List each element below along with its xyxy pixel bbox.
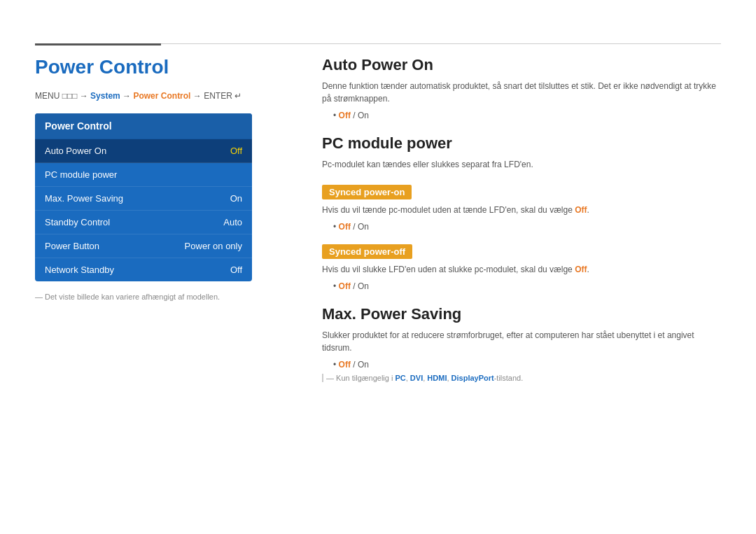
note-pc: PC	[395, 374, 405, 382]
menu-item-label: Auto Power On	[45, 146, 106, 156]
menu-item-value: Off	[230, 146, 242, 156]
note-dvi: DVI	[410, 374, 423, 382]
page-title: Power Control	[35, 56, 301, 78]
note-hdmi: HDMI	[427, 374, 447, 382]
section-title-auto-power-on: Auto Power On	[322, 56, 721, 74]
menu-item-value: On	[230, 193, 242, 204]
text-off2: Off	[339, 222, 351, 232]
bullet-max-power: Off / On	[333, 360, 721, 370]
footnote: — Det viste billede kan variere afhængig…	[35, 293, 301, 301]
menu-item-label: PC module power	[45, 169, 117, 180]
menu-item-value: Power on only	[185, 241, 242, 251]
bc-menu: MENU □□□ →	[35, 91, 90, 101]
right-column: Auto Power On Denne funktion tænder auto…	[322, 56, 721, 382]
menu-item-label: Power Button	[45, 241, 99, 251]
menu-item-label: Standby Control	[45, 217, 110, 227]
synced-off-desc: Hvis du vil slukke LFD'en uden at slukke…	[322, 263, 721, 276]
section-title-max-power: Max. Power Saving	[322, 305, 721, 323]
note-displayport: DisplayPort	[451, 374, 494, 382]
text-off3: Off	[339, 281, 351, 291]
menu-item-label: Max. Power Saving	[45, 193, 123, 204]
text-off4: Off	[339, 360, 351, 370]
menu-item-auto-power-on[interactable]: Auto Power On Off	[35, 139, 252, 163]
bc-system: System	[90, 91, 120, 101]
bullet-auto-power-on: Off / On	[333, 111, 721, 120]
bc-arrow1: →	[120, 91, 134, 101]
note-max-power: — Kun tilgængelig i PC, DVI, HDMI, Displ…	[322, 374, 721, 382]
badge-synced-power-off: Synced power-off	[322, 244, 412, 259]
section-title-pc-module: PC module power	[322, 134, 721, 153]
synced-on-desc: Hvis du vil tænde pc-modulet uden at tæn…	[322, 204, 721, 216]
badge-synced-power-on: Synced power-on	[322, 185, 412, 199]
top-accent-line	[35, 43, 161, 45]
bc-enter: → ENTER ↵	[190, 91, 241, 101]
section-desc-pc-module: Pc-modulet kan tændes eller slukkes sepa…	[322, 158, 721, 171]
breadcrumb: MENU □□□ → System → Power Control → ENTE…	[35, 91, 301, 101]
left-column: Power Control MENU □□□ → System → Power …	[35, 56, 301, 301]
section-desc-auto-power-on: Denne funktion tænder automatisk produkt…	[322, 80, 721, 105]
menu-item-value: Auto	[223, 217, 242, 227]
text-off: Off	[339, 111, 351, 120]
menu-item-standby-control[interactable]: Standby Control Auto	[35, 211, 252, 234]
text-off-synced-off: Off	[575, 265, 587, 274]
menu-item-max-power[interactable]: Max. Power Saving On	[35, 187, 252, 211]
menu-item-power-button[interactable]: Power Button Power on only	[35, 234, 252, 258]
menu-item-network-standby[interactable]: Network Standby Off	[35, 258, 252, 281]
bullet-synced-on: Off / On	[333, 222, 721, 232]
bullet-synced-off: Off / On	[333, 281, 721, 291]
menu-box-title: Power Control	[35, 113, 252, 139]
section-desc-max-power: Slukker produktet for at reducere strømf…	[322, 329, 721, 354]
text-off-synced-on: Off	[575, 205, 587, 215]
bc-powercontrol: Power Control	[133, 91, 190, 101]
menu-item-label: Network Standby	[45, 265, 114, 275]
menu-item-value: Off	[230, 265, 242, 275]
menu-item-pc-module[interactable]: PC module power	[35, 163, 252, 187]
menu-box: Power Control Auto Power On Off PC modul…	[35, 113, 252, 281]
